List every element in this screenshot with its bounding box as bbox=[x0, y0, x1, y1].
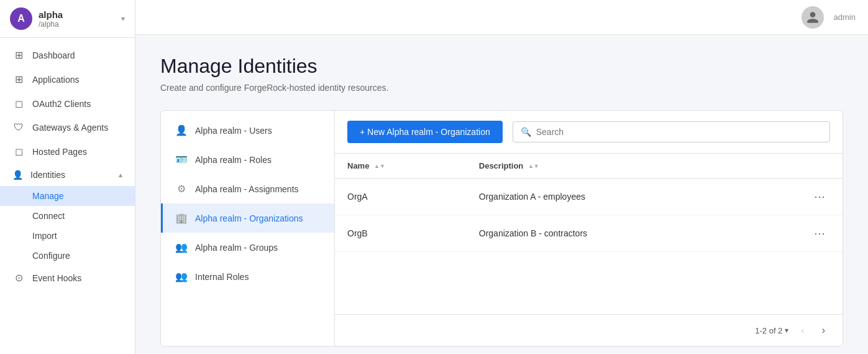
topbar: admin bbox=[135, 0, 868, 35]
cell-description: Organization A - employees bbox=[467, 179, 746, 215]
cell-actions: ⋯ bbox=[746, 179, 843, 215]
sidebar-username: alpha bbox=[39, 9, 115, 20]
left-panel-item-assignments[interactable]: ⚙ Alpha realm - Assignments bbox=[161, 174, 334, 203]
roles-icon: 🪪 bbox=[175, 154, 188, 165]
cell-name: OrgB bbox=[335, 215, 467, 252]
name-sort-icon[interactable]: ▲▼ bbox=[374, 164, 385, 169]
page-content: Manage Identities Create and configure F… bbox=[135, 35, 868, 354]
main-area: admin Manage Identities Create and confi… bbox=[135, 0, 868, 354]
cell-description: Organization B - contractors bbox=[467, 215, 746, 252]
table-container: Name ▲▼ Description ▲▼ bbox=[335, 154, 843, 314]
assignments-icon: ⚙ bbox=[175, 183, 188, 195]
table-row: OrgB Organization B - contractors ⋯ bbox=[335, 215, 843, 252]
sidebar-header[interactable]: A alpha /alpha ▾ bbox=[0, 0, 135, 38]
sidebar-item-hosted-pages[interactable]: ◻ Hosted Pages bbox=[0, 139, 135, 164]
sidebar-sub-manage[interactable]: Manage bbox=[0, 186, 135, 206]
search-box: 🔍 bbox=[513, 121, 830, 142]
identities-chevron-icon: ▴ bbox=[119, 170, 122, 179]
col-header-actions bbox=[746, 154, 843, 179]
groups-icon: 👥 bbox=[175, 241, 188, 253]
sidebar-group-identities[interactable]: 👤 Identities ▴ bbox=[0, 164, 135, 186]
event-hooks-icon: ⊙ bbox=[12, 272, 25, 284]
description-sort-icon[interactable]: ▲▼ bbox=[528, 164, 539, 169]
sidebar-user-info: alpha /alpha bbox=[39, 9, 115, 29]
sidebar-item-label: Applications bbox=[32, 75, 80, 85]
sidebar-item-label: Event Hooks bbox=[32, 273, 81, 283]
cell-actions: ⋯ bbox=[746, 215, 843, 252]
page-subtitle: Create and configure ForgeRock-hosted id… bbox=[160, 83, 843, 93]
applications-icon: ⊞ bbox=[12, 73, 25, 85]
page-title: Manage Identities bbox=[160, 55, 843, 78]
search-input[interactable] bbox=[536, 127, 822, 137]
topbar-avatar[interactable] bbox=[802, 6, 824, 29]
sidebar-item-gateways[interactable]: 🛡 Gateways & Agents bbox=[0, 116, 135, 139]
sidebar: A alpha /alpha ▾ ⊞ Dashboard ⊞ Applicati… bbox=[0, 0, 135, 354]
sidebar-item-label: Dashboard bbox=[32, 50, 75, 60]
pagination-next-button[interactable]: › bbox=[817, 322, 830, 338]
identities-submenu: Manage Connect Import Configure bbox=[0, 186, 135, 266]
hosted-pages-icon: ◻ bbox=[12, 146, 25, 157]
sidebar-item-label: OAuth2 Clients bbox=[32, 99, 91, 109]
sidebar-user-chevron-icon: ▾ bbox=[121, 14, 125, 23]
sidebar-item-oauth2clients[interactable]: ◻ OAuth2 Clients bbox=[0, 91, 135, 116]
table-row: OrgA Organization A - employees ⋯ bbox=[335, 179, 843, 215]
col-header-name: Name ▲▼ bbox=[335, 154, 467, 179]
pagination-label: 1-2 of 2 ▾ bbox=[755, 326, 788, 335]
left-panel-item-roles[interactable]: 🪪 Alpha realm - Roles bbox=[161, 145, 334, 174]
oauth2-icon: ◻ bbox=[12, 98, 25, 109]
new-organization-button[interactable]: + New Alpha realm - Organization bbox=[347, 121, 503, 143]
topbar-username: admin bbox=[834, 12, 856, 22]
sidebar-navigation: ⊞ Dashboard ⊞ Applications ◻ OAuth2 Clie… bbox=[0, 38, 135, 354]
sidebar-user-path: /alpha bbox=[39, 20, 115, 29]
users-icon: 👤 bbox=[175, 124, 188, 136]
left-panel-item-organizations[interactable]: 🏢 Alpha realm - Organizations bbox=[161, 203, 334, 233]
identities-icon: 👤 bbox=[12, 170, 23, 180]
pagination-prev-button[interactable]: ‹ bbox=[796, 322, 809, 338]
dashboard-icon: ⊞ bbox=[12, 49, 25, 61]
col-header-description: Description ▲▼ bbox=[467, 154, 746, 179]
identities-label: Identities bbox=[30, 170, 65, 180]
row-more-button[interactable]: ⋯ bbox=[809, 187, 830, 206]
left-panel-item-users[interactable]: 👤 Alpha realm - Users bbox=[161, 116, 334, 145]
sidebar-item-event-hooks[interactable]: ⊙ Event Hooks bbox=[0, 266, 135, 290]
sidebar-item-applications[interactable]: ⊞ Applications bbox=[0, 67, 135, 91]
organizations-table: Name ▲▼ Description ▲▼ bbox=[335, 154, 843, 252]
row-more-button[interactable]: ⋯ bbox=[809, 224, 830, 243]
right-panel: + New Alpha realm - Organization 🔍 Name … bbox=[335, 111, 843, 346]
organizations-icon: 🏢 bbox=[175, 212, 188, 224]
left-panel-item-internal-roles[interactable]: 👥 Internal Roles bbox=[161, 262, 334, 291]
toolbar: + New Alpha realm - Organization 🔍 bbox=[335, 111, 843, 154]
user-profile-icon bbox=[806, 11, 820, 24]
sidebar-sub-configure[interactable]: Configure bbox=[0, 246, 135, 266]
table-footer: 1-2 of 2 ▾ ‹ › bbox=[335, 314, 843, 346]
gateways-icon: 🛡 bbox=[12, 122, 25, 133]
sidebar-item-label: Gateways & Agents bbox=[32, 123, 108, 133]
sidebar-item-dashboard[interactable]: ⊞ Dashboard bbox=[0, 43, 135, 67]
left-panel: 👤 Alpha realm - Users 🪪 Alpha realm - Ro… bbox=[161, 111, 335, 346]
search-icon: 🔍 bbox=[521, 127, 531, 137]
internal-roles-icon: 👥 bbox=[175, 271, 188, 282]
pagination-dropdown-icon[interactable]: ▾ bbox=[785, 326, 788, 335]
manage-card: 👤 Alpha realm - Users 🪪 Alpha realm - Ro… bbox=[160, 110, 843, 347]
sidebar-sub-connect[interactable]: Connect bbox=[0, 206, 135, 226]
left-panel-item-groups[interactable]: 👥 Alpha realm - Groups bbox=[161, 233, 334, 262]
user-avatar: A bbox=[10, 7, 32, 30]
cell-name: OrgA bbox=[335, 179, 467, 215]
sidebar-item-label: Hosted Pages bbox=[32, 147, 87, 157]
sidebar-sub-import[interactable]: Import bbox=[0, 226, 135, 246]
